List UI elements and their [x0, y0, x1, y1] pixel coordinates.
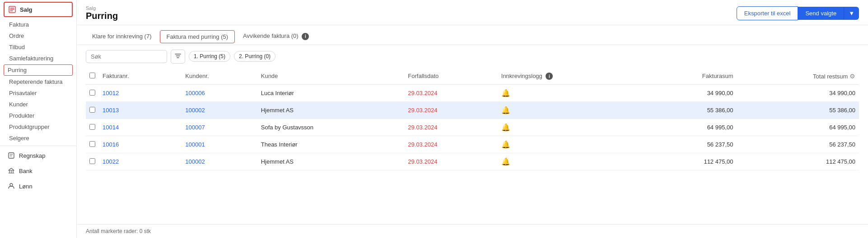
- table-row: 10012 100006 Luca Interiør 29.03.2024 🔔 …: [86, 85, 859, 102]
- sidebar-section-lonn[interactable]: Lønn: [0, 178, 76, 194]
- tag-purring-1[interactable]: 1. Purring (5): [189, 51, 230, 62]
- row5-fakturanr: 10022: [99, 153, 182, 170]
- row4-kunde: Theas Interiør: [257, 136, 405, 153]
- page-title: Purring: [86, 11, 118, 21]
- row2-fakturanr-link[interactable]: 10013: [103, 107, 119, 114]
- sidebar-item-ordre[interactable]: Ordre: [0, 30, 76, 41]
- row2-innkrevingslogg: 🔔: [498, 102, 643, 119]
- sidebar-item-purring[interactable]: Purring: [4, 64, 73, 76]
- sidebar-item-produktgrupper[interactable]: Produktgrupper: [0, 121, 76, 133]
- row1-kundenr-link[interactable]: 100006: [185, 90, 205, 96]
- row-count-label: Antall markerte rader: 0 stk: [86, 228, 151, 234]
- chevron-down-icon: ▼: [849, 10, 854, 17]
- table-row: 10016 100001 Theas Interiør 29.03.2024 🔔…: [86, 136, 859, 153]
- svg-rect-1: [9, 153, 14, 158]
- sidebar-item-selgere[interactable]: Selgere: [0, 133, 76, 144]
- row3-fakturanr: 10014: [99, 119, 182, 136]
- row4-fakturasum: 56 237,50: [643, 136, 737, 153]
- col-kunde: Kunde: [257, 68, 405, 85]
- row1-checkbox[interactable]: [89, 90, 95, 96]
- row1-fakturanr-link[interactable]: 10012: [103, 90, 119, 96]
- row3-bell-icon[interactable]: 🔔: [501, 124, 510, 131]
- row2-bell-icon[interactable]: 🔔: [501, 106, 510, 114]
- col-checkbox: [86, 68, 99, 85]
- regnskap-icon: [7, 151, 15, 160]
- bank-icon: [7, 167, 15, 175]
- page-header: Salg Purring Eksporter til excel Send va…: [77, 0, 868, 25]
- lonn-icon: [7, 182, 15, 190]
- row2-checkbox[interactable]: [89, 107, 95, 113]
- table-row: 10014 100007 Sofa by Gustavsson 29.03.20…: [86, 119, 859, 136]
- row5-forfallsdato: 29.03.2024: [404, 153, 497, 170]
- row4-fakturanr: 10016: [99, 136, 182, 153]
- row4-totalrestsum: 56 237,50: [737, 136, 859, 153]
- table-row: 10013 100002 Hjemmet AS 29.03.2024 🔔 55 …: [86, 102, 859, 119]
- row2-checkbox-cell: [86, 102, 99, 119]
- select-all-checkbox[interactable]: [89, 73, 95, 78]
- sidebar-item-salg[interactable]: Salg: [4, 2, 73, 17]
- tab-avvikende[interactable]: Avvikende faktura (0) i: [237, 29, 315, 45]
- invoices-table: Fakturanr. Kundenr. Kunde Forfallsdato I…: [86, 68, 859, 171]
- row1-fakturasum: 34 990,00: [643, 85, 737, 102]
- row3-checkbox[interactable]: [89, 124, 95, 130]
- send-button[interactable]: Send valgte: [798, 7, 844, 20]
- row5-totalrestsum: 112 475,00: [737, 153, 859, 170]
- row5-kundenr-link[interactable]: 100002: [185, 158, 205, 165]
- search-input[interactable]: [86, 50, 167, 63]
- cart-icon: [8, 5, 16, 14]
- row3-checkbox-cell: [86, 119, 99, 136]
- row1-totalrestsum: 34 990,00: [737, 85, 859, 102]
- row3-kundenr-link[interactable]: 100007: [185, 124, 205, 131]
- row4-innkrevingslogg: 🔔: [498, 136, 643, 153]
- sidebar-item-produkter[interactable]: Produkter: [0, 110, 76, 121]
- sidebar: Salg Faktura Ordre Tilbud Samlefaktureri…: [0, 0, 77, 238]
- row1-innkrevingslogg: 🔔: [498, 85, 643, 102]
- table-row: 10022 100002 Hjemmet AS 29.03.2024 🔔 112…: [86, 153, 859, 170]
- sidebar-section-bank[interactable]: Bank: [0, 163, 76, 178]
- row5-kundenr: 100002: [182, 153, 257, 170]
- sidebar-item-samlefakturering[interactable]: Samlefakturering: [0, 53, 76, 64]
- col-forfallsdato: Forfallsdato: [404, 68, 497, 85]
- innkrevingslogg-info-icon[interactable]: i: [546, 73, 553, 80]
- tab-klare[interactable]: Klare for innkreving (7): [86, 29, 158, 44]
- col-fakturanr: Fakturanr.: [99, 68, 182, 85]
- avvikende-info-icon[interactable]: i: [302, 33, 309, 40]
- row4-forfallsdato: 29.03.2024: [404, 136, 497, 153]
- row4-kundenr-link[interactable]: 100001: [185, 141, 205, 148]
- row3-fakturanr-link[interactable]: 10014: [103, 124, 119, 131]
- settings-icon[interactable]: ⚙: [849, 73, 855, 80]
- sidebar-item-kunder[interactable]: Kunder: [0, 99, 76, 110]
- row5-innkrevingslogg: 🔔: [498, 153, 643, 170]
- table-container: Fakturanr. Kundenr. Kunde Forfallsdato I…: [77, 68, 868, 224]
- header-left: Salg Purring: [86, 5, 118, 21]
- tab-faktura-purring[interactable]: Faktura med purring (5): [160, 30, 235, 43]
- tag-purring-2[interactable]: 2. Purring (0): [234, 51, 275, 62]
- row4-checkbox[interactable]: [89, 141, 95, 147]
- row5-bell-icon[interactable]: 🔔: [501, 158, 510, 165]
- row1-bell-icon[interactable]: 🔔: [501, 89, 510, 97]
- export-button[interactable]: Eksporter til excel: [737, 6, 798, 20]
- row4-fakturanr-link[interactable]: 10016: [103, 141, 119, 148]
- sidebar-item-prisavtaler[interactable]: Prisavtaler: [0, 87, 76, 99]
- sidebar-item-tilbud[interactable]: Tilbud: [0, 41, 76, 53]
- row5-fakturanr-link[interactable]: 10022: [103, 158, 119, 165]
- send-dropdown-button[interactable]: ▼: [844, 7, 859, 20]
- row3-forfallsdato: 29.03.2024: [404, 119, 497, 136]
- row2-kunde: Hjemmet AS: [257, 102, 405, 119]
- table-footer: Antall markerte rader: 0 stk: [77, 224, 868, 238]
- row4-bell-icon[interactable]: 🔔: [501, 141, 510, 148]
- filter-button[interactable]: [171, 50, 185, 64]
- row2-kundenr-link[interactable]: 100002: [185, 107, 205, 114]
- tabs-bar: Klare for innkreving (7) Faktura med pur…: [77, 25, 868, 45]
- sidebar-item-faktura[interactable]: Faktura: [0, 19, 76, 30]
- sidebar-salg-label: Salg: [20, 6, 32, 13]
- row5-fakturasum: 112 475,00: [643, 153, 737, 170]
- sidebar-item-repeterende[interactable]: Repeterende faktura: [0, 76, 76, 87]
- row5-checkbox[interactable]: [89, 158, 95, 164]
- col-totalrestsum: Total restsum ⚙: [737, 68, 859, 85]
- breadcrumb: Salg: [86, 5, 118, 11]
- sidebar-section-regnskap[interactable]: Regnskap: [0, 148, 76, 163]
- header-actions: Eksporter til excel Send valgte ▼: [737, 6, 859, 20]
- row4-kundenr: 100001: [182, 136, 257, 153]
- col-innkrevingslogg: Innkrevingslogg i: [498, 68, 643, 85]
